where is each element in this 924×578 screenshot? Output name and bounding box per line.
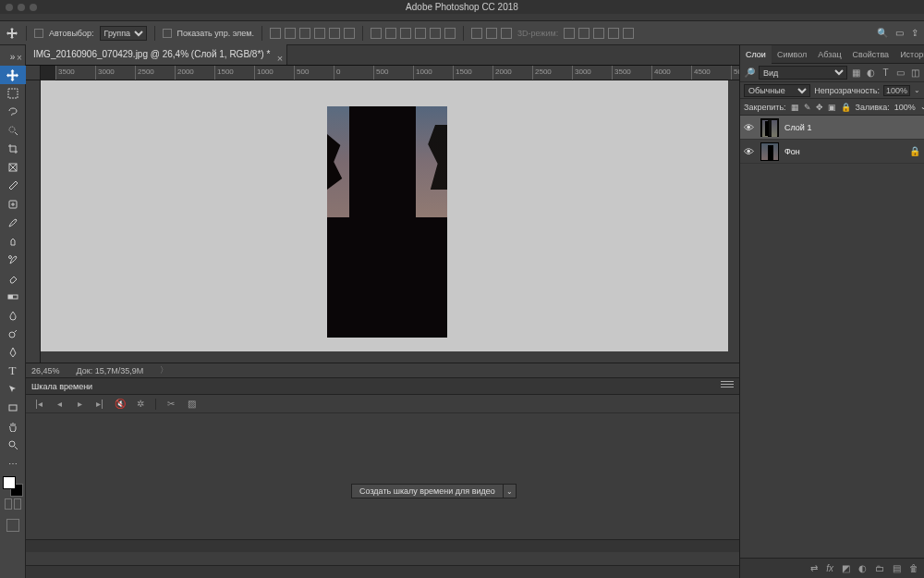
screen-mode-toggle[interactable] [6, 519, 19, 532]
search-icon[interactable]: 🔍 [877, 28, 888, 38]
panel-menu-icon[interactable] [721, 381, 734, 390]
show-transform-checkbox[interactable] [163, 29, 172, 38]
settings-icon[interactable]: ✲ [135, 399, 146, 409]
layer-row[interactable]: 👁 Фон 🔒 [740, 140, 924, 164]
vertical-scrollbar[interactable] [728, 80, 739, 351]
auto-select-checkbox[interactable] [34, 29, 43, 38]
vertical-ruler[interactable] [26, 80, 41, 363]
horizontal-scrollbar[interactable] [41, 351, 739, 363]
dist-h-icon[interactable] [471, 28, 482, 39]
dodge-tool[interactable] [0, 325, 26, 343]
layer-filter-kind[interactable]: Вид [759, 66, 847, 80]
filter-adjust-icon[interactable]: ◐ [866, 68, 876, 78]
delete-icon[interactable]: 🗑 [909, 563, 918, 573]
auto-select-target[interactable]: Группа [100, 26, 147, 41]
eyedropper-tool[interactable] [0, 177, 26, 195]
create-timeline-button[interactable]: Создать шкалу времени для видео [351, 484, 504, 498]
dist-hcenter-icon[interactable] [430, 28, 441, 39]
canvas-viewport[interactable] [41, 80, 739, 363]
layer-name[interactable]: Слой 1 [784, 123, 811, 132]
window-traffic-lights[interactable] [6, 4, 37, 11]
spot-heal-tool[interactable] [0, 195, 26, 214]
dist-vcenter-icon[interactable] [385, 28, 396, 39]
layer-thumbnail[interactable] [760, 142, 779, 161]
type-tool[interactable]: T [0, 362, 26, 380]
minimize-dot[interactable] [18, 4, 25, 11]
doc-size[interactable]: Док: 15,7M/35,9M [77, 366, 144, 375]
play-icon[interactable]: ▸ [74, 399, 85, 409]
blur-tool[interactable] [0, 306, 26, 325]
lock-position-icon[interactable]: ✥ [816, 103, 823, 112]
create-timeline-dropdown[interactable]: ⌄ [504, 484, 517, 498]
filter-smart-icon[interactable]: ◫ [910, 68, 920, 78]
hand-tool[interactable] [0, 417, 26, 436]
tab-character[interactable]: Символ [772, 45, 812, 64]
dist-left-icon[interactable] [415, 28, 426, 39]
lock-icon[interactable]: 🔒 [909, 146, 920, 156]
lock-all-icon[interactable]: 🔒 [841, 103, 851, 112]
visibility-toggle[interactable]: 👁 [744, 122, 755, 133]
align-right-icon[interactable] [344, 28, 355, 39]
filter-pixel-icon[interactable]: ▦ [851, 68, 861, 78]
document-tab[interactable]: × IMG_20160906_070429.jpg @ 26,4% (Слой … [26, 44, 287, 65]
opacity-value[interactable]: 100% [883, 85, 910, 96]
rectangle-tool[interactable] [0, 399, 26, 417]
go-start-icon[interactable]: |◂ [33, 399, 44, 409]
share-icon[interactable]: ⇪ [911, 28, 918, 38]
layer-row[interactable]: 👁 Слой 1 [740, 116, 924, 140]
adjustment-icon[interactable]: ◐ [858, 563, 867, 573]
tab-history[interactable]: История [894, 45, 924, 64]
marquee-tool[interactable] [0, 84, 26, 103]
status-more-icon[interactable]: 〉 [160, 364, 168, 376]
tab-close-icon[interactable]: × [17, 48, 22, 68]
align-top-icon[interactable] [270, 28, 281, 39]
align-hcenter-icon[interactable] [329, 28, 340, 39]
align-left-icon[interactable] [314, 28, 325, 39]
mask-icon[interactable]: ◩ [842, 563, 850, 573]
lasso-tool[interactable] [0, 103, 26, 121]
tab-layers[interactable]: Слои [740, 45, 772, 64]
dist-top-icon[interactable] [371, 28, 382, 39]
filter-type-icon[interactable]: T [881, 68, 891, 78]
3d-zoom-icon[interactable] [623, 28, 634, 39]
main-menu-bar[interactable] [0, 14, 924, 21]
clone-tool[interactable] [0, 232, 26, 251]
lock-artboard-icon[interactable]: ▣ [828, 103, 836, 112]
fx-icon[interactable]: fx [826, 563, 833, 573]
blend-mode-select[interactable]: Обычные [744, 84, 810, 97]
timeline-footer[interactable] [26, 565, 739, 578]
pen-tool[interactable] [0, 343, 26, 362]
align-bottom-icon[interactable] [299, 28, 310, 39]
zoom-level[interactable]: 26,45% [31, 366, 60, 375]
group-icon[interactable]: 🗀 [875, 563, 884, 573]
eraser-tool[interactable] [0, 269, 26, 288]
mute-icon[interactable]: 🔇 [115, 399, 126, 409]
dist-v-icon[interactable] [486, 28, 497, 39]
fill-value[interactable]: 100% [894, 103, 916, 112]
fill-slider-icon[interactable]: ⌄ [920, 103, 924, 111]
opacity-slider-icon[interactable]: ⌄ [914, 86, 920, 94]
brush-tool[interactable] [0, 214, 26, 232]
lock-pixels-icon[interactable]: ▦ [791, 103, 799, 112]
quick-select-tool[interactable] [0, 121, 26, 140]
layer-name[interactable]: Фон [784, 147, 800, 156]
3d-roll-icon[interactable] [578, 28, 590, 39]
dist-right-icon[interactable] [444, 28, 456, 39]
next-frame-icon[interactable]: ▸| [94, 399, 105, 409]
gradient-tool[interactable] [0, 288, 26, 306]
timeline-track[interactable] [26, 539, 739, 552]
new-layer-icon[interactable]: ▤ [893, 563, 901, 573]
more-align-icon[interactable] [501, 28, 512, 39]
3d-pan-icon[interactable] [593, 28, 604, 39]
edit-toolbar[interactable]: ⋯ [0, 454, 26, 473]
split-icon[interactable]: ✂ [165, 399, 176, 409]
color-swatches[interactable] [3, 476, 23, 495]
move-tool[interactable] [0, 66, 26, 84]
zoom-dot[interactable] [30, 4, 37, 11]
prev-frame-icon[interactable]: ◂ [54, 399, 65, 409]
quick-mask-toggle[interactable] [4, 498, 22, 513]
horizontal-ruler[interactable]: 3500300025002000150010005000500100015002… [55, 66, 739, 80]
link-layers-icon[interactable]: ⇄ [810, 563, 818, 573]
tab-properties[interactable]: Свойства [847, 45, 895, 64]
crop-tool[interactable] [0, 140, 26, 158]
